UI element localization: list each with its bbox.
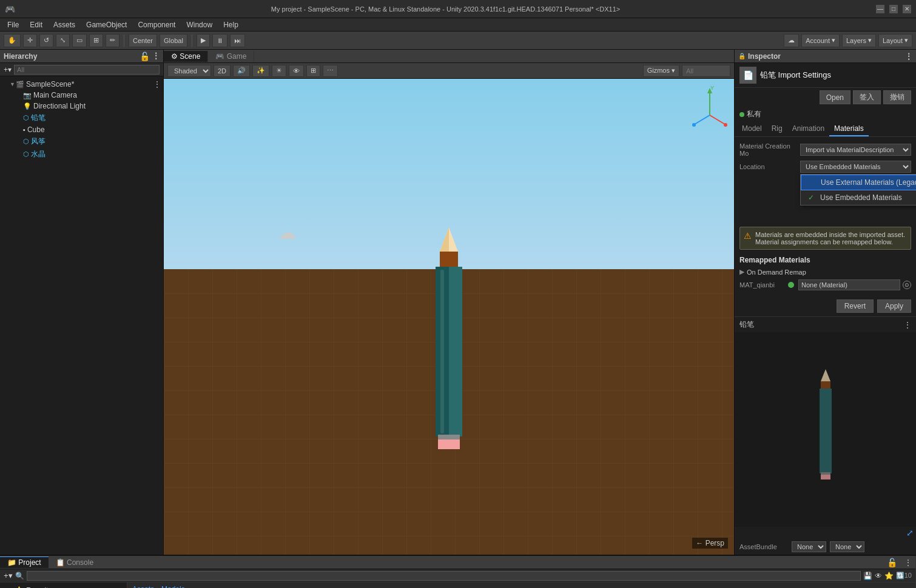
- grid-button[interactable]: ⊞: [306, 65, 320, 77]
- shading-dropdown[interactable]: Shaded: [167, 65, 211, 77]
- asset-bundle-dropdown[interactable]: None: [792, 541, 826, 552]
- layers-button[interactable]: Layers ▾: [842, 34, 876, 47]
- scene-menu-icon[interactable]: ⋮: [153, 80, 161, 89]
- tool-rotate[interactable]: ↺: [39, 34, 53, 47]
- hierarchy-add-button[interactable]: +▾: [4, 65, 12, 74]
- tool-scale[interactable]: ⤡: [56, 34, 70, 47]
- on-demand-row[interactable]: ▶ On Demand Remap: [739, 266, 911, 278]
- pause-button[interactable]: ⏸: [212, 34, 227, 47]
- cube-icon: ▪: [23, 126, 25, 133]
- fx-button[interactable]: ✨: [252, 65, 269, 77]
- file-icon: 📄: [739, 67, 756, 84]
- location-dropdown[interactable]: Use Embedded Materials Use External Mate…: [800, 161, 911, 173]
- sign-in-button[interactable]: 签入: [853, 90, 881, 104]
- 2d-button[interactable]: 2D: [214, 65, 231, 77]
- game-tab[interactable]: 🎮 Game: [208, 51, 254, 62]
- viewport-tabs: ⚙ Scene 🎮 Game: [164, 50, 734, 63]
- check-icon2: ✓: [808, 193, 817, 202]
- material-creation-dropdown[interactable]: Import via MaterialDescription: [800, 144, 911, 156]
- preview-menu-icon[interactable]: ⋮: [904, 321, 911, 329]
- tool-hand[interactable]: ✋: [4, 34, 21, 47]
- svg-rect-3: [440, 252, 458, 267]
- preview-expand-icon[interactable]: ⤢: [906, 528, 914, 538]
- private-label: 私有: [747, 109, 761, 119]
- minimize-button[interactable]: —: [876, 5, 884, 13]
- hierarchy-item-directional-light[interactable]: 💡 Directional Light: [0, 101, 163, 112]
- menu-help[interactable]: Help: [218, 19, 243, 30]
- tool-move[interactable]: ✛: [23, 34, 37, 47]
- favorites-item[interactable]: ▼ ⭐ Favorites: [2, 585, 124, 588]
- scene-search[interactable]: [682, 65, 730, 77]
- material-creation-value: Import via MaterialDescription: [800, 144, 911, 156]
- menu-edit[interactable]: Edit: [25, 19, 47, 30]
- tab-rig[interactable]: Rig: [767, 122, 787, 136]
- menu-gameobject[interactable]: GameObject: [81, 19, 132, 30]
- tool-custom[interactable]: ✏: [106, 34, 120, 47]
- inspector-menu-icon[interactable]: ⋮: [905, 52, 912, 61]
- tool-transform[interactable]: ⊞: [89, 34, 103, 47]
- project-save-icon[interactable]: 💾: [863, 572, 872, 580]
- green-dot-icon: [739, 112, 744, 117]
- project-menu-icon[interactable]: ⋮: [901, 557, 915, 568]
- apply-button[interactable]: Apply: [877, 299, 911, 313]
- menu-component[interactable]: Component: [133, 19, 180, 30]
- search-icon[interactable]: 🔍: [15, 572, 24, 580]
- close-button[interactable]: ✕: [903, 5, 911, 13]
- tool-rect[interactable]: ▭: [72, 34, 87, 47]
- project-count: 🔃10: [896, 572, 912, 580]
- hierarchy-item-main-camera[interactable]: 📷 Main Camera: [0, 90, 163, 101]
- console-tab[interactable]: 📋 Console: [49, 557, 101, 568]
- hierarchy-item-cube[interactable]: ▪ Cube: [0, 124, 163, 135]
- collab-button[interactable]: ☁: [784, 34, 799, 47]
- project-star-icon[interactable]: ⭐: [884, 572, 894, 580]
- hierarchy-search-input[interactable]: [14, 65, 160, 75]
- project-tab[interactable]: 📁 Project: [0, 556, 49, 568]
- hierarchy-lock-icon[interactable]: 🔓: [140, 52, 150, 61]
- breadcrumb-assets[interactable]: Assets: [132, 585, 154, 589]
- mat-qianbi-value: None (Material) ⊙: [788, 279, 911, 290]
- cancel-button[interactable]: 撤销: [883, 90, 911, 104]
- tab-model[interactable]: Model: [737, 122, 767, 136]
- dropdown-item-embedded[interactable]: ✓ Use Embedded Materials: [801, 190, 916, 205]
- mat-picker-icon[interactable]: ⊙: [903, 281, 911, 289]
- dropdown-item-external[interactable]: Use External Materials (Legacy): [801, 175, 916, 190]
- hierarchy-item-pencil[interactable]: ⬡ 铅笔: [0, 112, 163, 124]
- gizmos-button[interactable]: Gizmos ▾: [643, 65, 679, 77]
- global-button[interactable]: Global: [160, 34, 187, 47]
- revert-button[interactable]: Revert: [837, 299, 874, 313]
- breadcrumb-models[interactable]: Models: [161, 585, 185, 589]
- step-button[interactable]: ⏭: [230, 34, 245, 47]
- account-button[interactable]: Account ▾: [801, 34, 840, 47]
- project-lock-icon[interactable]: 🔓: [883, 556, 901, 569]
- preview-title: 铅笔: [739, 319, 754, 330]
- play-button[interactable]: ▶: [197, 34, 210, 47]
- scene-lighting-button[interactable]: ☀: [272, 65, 286, 77]
- tab-animation[interactable]: Animation: [787, 122, 829, 136]
- mat-qianbi-label: MAT_qianbi: [739, 281, 788, 289]
- hierarchy-item-kite[interactable]: ⬡ 风筝: [0, 135, 163, 148]
- project-eye-icon[interactable]: 👁: [875, 572, 882, 580]
- location-label: Location: [739, 163, 800, 170]
- menu-file[interactable]: File: [2, 19, 24, 30]
- center-button[interactable]: Center: [129, 34, 157, 47]
- scene-tab[interactable]: ⚙ Scene: [164, 51, 208, 62]
- menu-window[interactable]: Window: [181, 19, 217, 30]
- extras-button[interactable]: ⋯: [323, 65, 338, 77]
- svg-rect-20: [821, 475, 830, 479]
- scene-overlay-button[interactable]: 👁: [289, 65, 304, 77]
- maximize-button[interactable]: □: [889, 5, 898, 13]
- warning-icon: ⚠: [744, 231, 752, 246]
- open-button[interactable]: Open: [820, 90, 850, 104]
- hierarchy-menu-icon[interactable]: ⋮: [152, 52, 160, 61]
- layout-button[interactable]: Layout ▾: [878, 34, 912, 47]
- tab-materials[interactable]: Materials: [829, 122, 869, 136]
- asset-bundle-variant-dropdown[interactable]: None: [830, 541, 864, 552]
- hierarchy-item-samplescene[interactable]: ▼ 🎬 SampleScene* ⋮: [0, 79, 163, 90]
- project-add-button[interactable]: +▾: [4, 571, 13, 580]
- inspector-lock-icon[interactable]: 🔒: [738, 53, 746, 59]
- menu-assets[interactable]: Assets: [49, 19, 80, 30]
- viewport-canvas[interactable]: ☁ Y ← Persp: [164, 79, 734, 555]
- audio-button[interactable]: 🔊: [233, 65, 250, 77]
- hierarchy-item-crystal[interactable]: ⬡ 水晶: [0, 148, 163, 161]
- project-search-input[interactable]: [27, 571, 861, 581]
